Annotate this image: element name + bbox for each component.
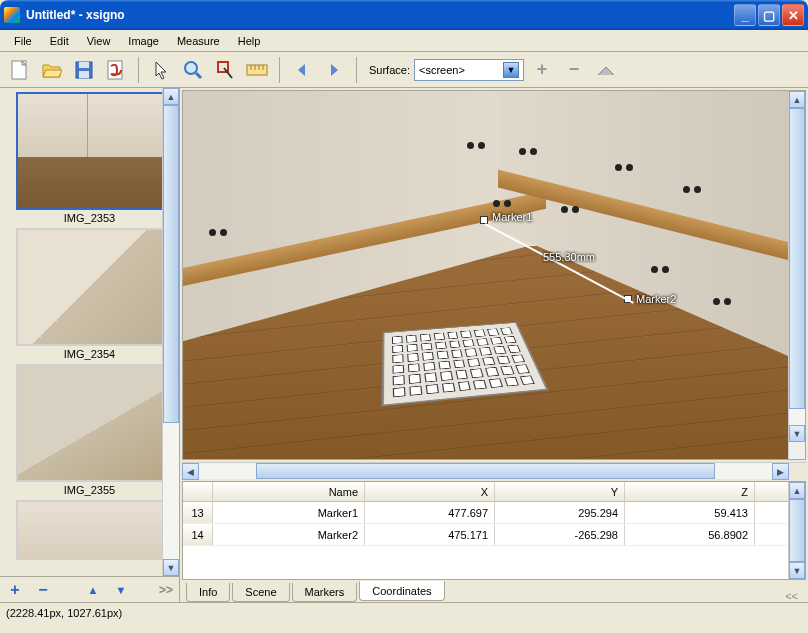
expand-button[interactable]: >> [159, 583, 173, 597]
tab-scene[interactable]: Scene [232, 583, 289, 602]
thumbnail-label: IMG_2354 [16, 346, 164, 360]
scroll-left-icon[interactable]: ◀ [182, 463, 199, 480]
svg-rect-4 [108, 61, 122, 79]
col-name[interactable]: Name [213, 482, 365, 501]
scroll-down-icon[interactable]: ▼ [163, 559, 179, 576]
titlebar: Untitled* - xsigno _ ▢ ✕ [0, 0, 808, 30]
surface-remove-button[interactable]: − [560, 56, 588, 84]
save-button[interactable] [70, 56, 98, 84]
col-rownum[interactable] [183, 482, 213, 501]
thumbnail-toolbar: + − ▲ ▼ >> [0, 576, 179, 602]
measure-label: 555.30mm [543, 251, 595, 263]
table-header: Name X Y Z [183, 482, 788, 502]
app-icon [4, 7, 20, 23]
tab-info[interactable]: Info [186, 583, 230, 602]
menu-measure[interactable]: Measure [169, 33, 228, 49]
svg-line-6 [196, 73, 201, 78]
move-up-button[interactable]: ▲ [84, 584, 102, 596]
col-z[interactable]: Z [625, 482, 755, 501]
ruler-tool[interactable] [243, 56, 271, 84]
marker-tool[interactable] [211, 56, 239, 84]
tab-coordinates[interactable]: Coordinates [359, 581, 444, 601]
scroll-down-icon[interactable]: ▼ [789, 562, 805, 579]
menu-view[interactable]: View [79, 33, 119, 49]
thumbnail-item[interactable]: IMG_2355 [16, 364, 164, 496]
pdf-button[interactable] [102, 56, 130, 84]
prev-button[interactable] [288, 56, 316, 84]
col-y[interactable]: Y [495, 482, 625, 501]
add-image-button[interactable]: + [6, 581, 24, 599]
close-button[interactable]: ✕ [782, 4, 804, 26]
svg-rect-2 [79, 62, 89, 68]
table-row[interactable]: 14 Marker2 475.171 -265.298 56.8902 [183, 524, 788, 546]
marker1-label: Marker1 [492, 211, 532, 223]
status-coords: (2228.41px, 1027.61px) [6, 607, 122, 619]
collapse-button[interactable]: << [447, 590, 806, 602]
thumbnail-item[interactable]: IMG_2354 [16, 228, 164, 360]
thumbnail-item[interactable] [16, 500, 164, 560]
grid-vscrollbar[interactable]: ▲ ▼ [788, 482, 805, 579]
new-button[interactable] [6, 56, 34, 84]
svg-point-5 [185, 62, 197, 74]
menubar: File Edit View Image Measure Help [0, 30, 808, 52]
minimize-button[interactable]: _ [734, 4, 756, 26]
zoom-tool[interactable] [179, 56, 207, 84]
thumbnail-scrollbar[interactable]: ▲ ▼ [162, 88, 179, 576]
col-x[interactable]: X [365, 482, 495, 501]
viewer-vscrollbar[interactable]: ▲ ▼ [788, 91, 805, 459]
window-title: Untitled* - xsigno [26, 8, 734, 22]
scroll-up-icon[interactable]: ▲ [163, 88, 179, 105]
image-viewer[interactable]: Marker1 Marker2 555.30mm ▲ [182, 90, 806, 460]
tab-markers[interactable]: Markers [292, 583, 358, 602]
scroll-down-icon[interactable]: ▼ [789, 425, 805, 442]
thumbnail-item[interactable]: IMG_2353 [16, 92, 164, 224]
svg-rect-8 [247, 65, 267, 75]
chevron-down-icon: ▼ [503, 62, 519, 78]
pointer-tool[interactable] [147, 56, 175, 84]
table-row[interactable]: 13 Marker1 477.697 295.294 59.413 [183, 502, 788, 524]
surface-label: Surface: [369, 64, 410, 76]
scroll-up-icon[interactable]: ▲ [789, 482, 805, 499]
maximize-button[interactable]: ▢ [758, 4, 780, 26]
thumbnail-panel: IMG_2353 IMG_2354 IMG_2355 ▲ ▼ + − [0, 88, 180, 602]
menu-help[interactable]: Help [230, 33, 269, 49]
menu-file[interactable]: File [6, 33, 40, 49]
svg-rect-3 [79, 71, 89, 78]
marker2-label: Marker2 [636, 293, 676, 305]
tab-bar: Info Scene Markers Coordinates << [182, 580, 806, 602]
thumbnail-label: IMG_2355 [16, 482, 164, 496]
thumbnail-label: IMG_2353 [16, 210, 164, 224]
data-grid: Name X Y Z 13 Marker1 477.697 295.294 59… [182, 481, 806, 580]
menu-edit[interactable]: Edit [42, 33, 77, 49]
surface-add-button[interactable]: + [528, 56, 556, 84]
scroll-right-icon[interactable]: ▶ [772, 463, 789, 480]
surface-value: <screen> [419, 64, 465, 76]
remove-image-button[interactable]: − [34, 581, 52, 599]
next-button[interactable] [320, 56, 348, 84]
surface-config-button[interactable] [592, 56, 620, 84]
move-down-button[interactable]: ▼ [112, 584, 130, 596]
scroll-up-icon[interactable]: ▲ [789, 91, 805, 108]
open-button[interactable] [38, 56, 66, 84]
menu-image[interactable]: Image [120, 33, 167, 49]
surface-select[interactable]: <screen> ▼ [414, 59, 524, 81]
status-bar: (2228.41px, 1027.61px) [0, 602, 808, 623]
viewer-hscrollbar[interactable]: ◀ ▶ [182, 462, 806, 479]
toolbar: Surface: <screen> ▼ + − [0, 52, 808, 88]
